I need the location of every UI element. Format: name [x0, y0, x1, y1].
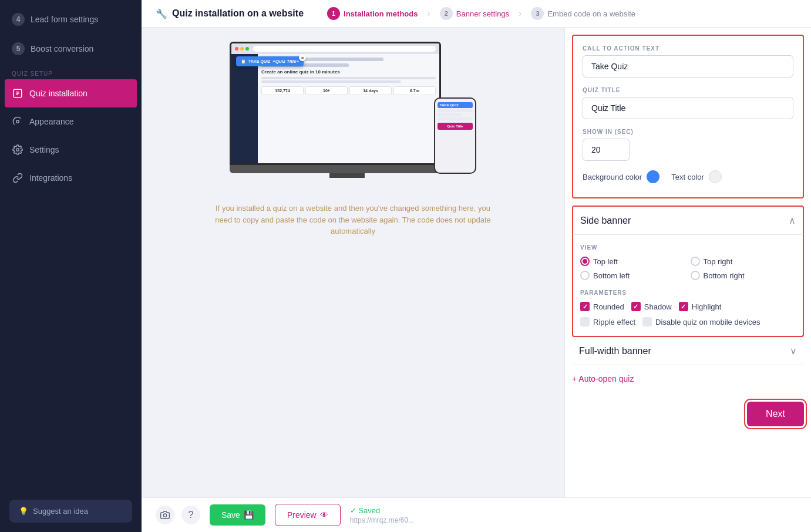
params-checkbox-group: Rounded Shadow Highlight	[580, 302, 796, 311]
laptop-screen: Create an online quiz in 10 minutes 152,…	[230, 42, 441, 165]
step-3[interactable]: 3 Embed code on a website	[531, 7, 635, 20]
text-color-swatch[interactable]	[709, 170, 722, 183]
text-color-item: Text color	[671, 170, 722, 183]
full-width-banner-title: Full-width banner	[579, 346, 651, 356]
sidebar-item-settings[interactable]: Settings	[0, 136, 142, 164]
show-in-label: SHOW IN (SEC)	[583, 129, 793, 135]
show-in-input[interactable]	[583, 139, 630, 161]
svg-point-1	[16, 120, 19, 123]
shadow-checkbox[interactable]	[631, 302, 641, 311]
bottom-left-icons: ?	[156, 506, 200, 524]
disable-mobile-checkbox[interactable]	[642, 317, 652, 326]
right-panel: CALL TO ACTION TEXT QUIZ TITLE SHOW IN (…	[564, 28, 811, 497]
view-label: VIEW	[580, 244, 796, 251]
side-banner-header[interactable]: Side banner ∧	[572, 206, 804, 235]
quiz-title-label: QUIZ TITLE	[583, 87, 793, 93]
cta-label: CALL TO ACTION TEXT	[583, 45, 793, 52]
quiz-installation-icon	[12, 87, 23, 99]
sidebar-item-quiz-installation-label: Quiz installation	[29, 89, 88, 98]
preview-button[interactable]: Preview 👁	[275, 504, 341, 526]
step-1-label: Installation methods	[344, 9, 418, 18]
question-mark-icon: ?	[189, 510, 194, 520]
quiz-title-input[interactable]	[583, 97, 793, 119]
help-icon-button[interactable]: ?	[181, 506, 200, 524]
bulb-icon: 💡	[19, 507, 28, 516]
sidebar-item-boost-label: Boost conversion	[31, 44, 93, 53]
top-right-label: Top right	[704, 257, 733, 266]
sidebar-item-appearance-label: Appearance	[29, 117, 74, 126]
next-button[interactable]: Next	[747, 402, 804, 426]
step-3-badge: 3	[531, 7, 544, 20]
bottom-left-radio[interactable]	[580, 271, 590, 280]
top-left-radio[interactable]	[580, 257, 590, 266]
view-bottom-right[interactable]: Bottom right	[691, 271, 796, 280]
sidebar-item-settings-label: Settings	[29, 145, 59, 154]
sidebar-item-boost[interactable]: 5 Boost conversion	[0, 34, 142, 63]
ripple-checkbox[interactable]	[580, 317, 590, 326]
chevron-up-icon: ∧	[789, 215, 796, 226]
save-icon: 💾	[244, 510, 254, 520]
saved-status: ✓ Saved https://mrqz.me/60...	[350, 506, 414, 524]
sidebar-item-integrations[interactable]: Integrations	[0, 164, 142, 192]
view-top-right[interactable]: Top right	[691, 257, 796, 266]
rounded-checkbox[interactable]	[580, 302, 590, 311]
param-shadow[interactable]: Shadow	[631, 302, 672, 311]
bottom-left-label: Bottom left	[593, 271, 630, 280]
param-rounded[interactable]: Rounded	[580, 302, 624, 311]
saved-url: https://mrqz.me/60...	[350, 516, 414, 524]
sidebar: 4 Lead form settings 5 Boost conversion …	[0, 0, 142, 532]
param-disable-mobile[interactable]: Disable quiz on mobile devices	[642, 317, 760, 326]
ripple-label: Ripple effect	[593, 318, 635, 326]
full-width-banner-section[interactable]: Full-width banner ∨	[572, 337, 804, 365]
text-color-label: Text color	[671, 173, 704, 181]
info-text: If you installed a quiz on a website and…	[212, 203, 494, 237]
view-top-left[interactable]: Top left	[580, 257, 686, 266]
eye-icon: 👁	[320, 510, 328, 520]
cta-form-group: CALL TO ACTION TEXT	[583, 45, 793, 78]
bottom-right-label: Bottom right	[704, 271, 745, 280]
bottom-bar: ? Save 💾 Preview 👁 ✓ Saved https://mrqz.…	[142, 497, 811, 532]
main-content: 🔧 Quiz installation on a website 1 Insta…	[142, 0, 811, 532]
highlight-checkbox[interactable]	[679, 302, 688, 311]
saved-text: ✓ Saved	[350, 506, 414, 515]
sidebar-bottom: 💡 Suggest an idea	[0, 490, 142, 532]
side-banner-section: Side banner ∧ VIEW Top left To	[565, 206, 811, 337]
bottom-right-radio[interactable]	[691, 271, 700, 280]
step-1[interactable]: 1 Installation methods	[327, 7, 418, 20]
bg-color-item: Background color	[583, 170, 659, 183]
highlight-label: Highlight	[692, 302, 722, 311]
appearance-icon	[12, 116, 23, 127]
sidebar-item-appearance[interactable]: Appearance	[0, 107, 142, 136]
step-sep-2: ›	[519, 8, 521, 19]
view-bottom-left[interactable]: Bottom left	[580, 271, 686, 280]
camera-icon-button[interactable]	[156, 506, 174, 524]
step-3-label: Embed code on a website	[547, 9, 635, 18]
wrench-icon: 🔧	[156, 8, 167, 19]
auto-open-section: + Auto-open quiz	[565, 365, 811, 392]
param-highlight[interactable]: Highlight	[679, 302, 722, 311]
quiz-title-form-group: QUIZ TITLE	[583, 87, 793, 119]
phone-mockup: TAKE QUIZ Quiz Title	[434, 97, 476, 174]
auto-open-link[interactable]: + Auto-open quiz	[572, 374, 634, 383]
step-sep-1: ›	[427, 8, 430, 19]
chevron-down-icon: ∨	[790, 345, 797, 356]
params-checkbox-group-2: Ripple effect Disable quiz on mobile dev…	[580, 317, 796, 326]
step-2-badge: 2	[440, 7, 453, 20]
left-panel: Create an online quiz in 10 minutes 152,…	[142, 28, 564, 497]
step-2[interactable]: 2 Banner settings	[440, 7, 509, 20]
top-right-radio[interactable]	[691, 257, 700, 266]
sidebar-item-lead-form[interactable]: 4 Lead form settings	[0, 5, 142, 34]
cta-input[interactable]	[583, 55, 793, 78]
topbar: 🔧 Quiz installation on a website 1 Insta…	[142, 0, 811, 28]
quiz-banner-popup: 📋 TAKE QUIZ «Quiz Title» ×	[236, 56, 304, 66]
suggest-idea-button[interactable]: 💡 Suggest an idea	[9, 500, 132, 523]
sidebar-section-quiz-setup: QUIZ SETUP	[0, 63, 142, 79]
save-button[interactable]: Save 💾	[210, 504, 265, 526]
bg-color-swatch[interactable]	[647, 170, 659, 183]
top-left-label: Top left	[593, 257, 618, 266]
param-ripple[interactable]: Ripple effect	[580, 317, 635, 326]
params-label: PARAMETERS	[580, 289, 796, 296]
sidebar-item-quiz-installation[interactable]: Quiz installation	[5, 79, 137, 107]
show-in-form-group: SHOW IN (SEC)	[583, 129, 793, 161]
banner-close-icon[interactable]: ×	[299, 54, 306, 61]
